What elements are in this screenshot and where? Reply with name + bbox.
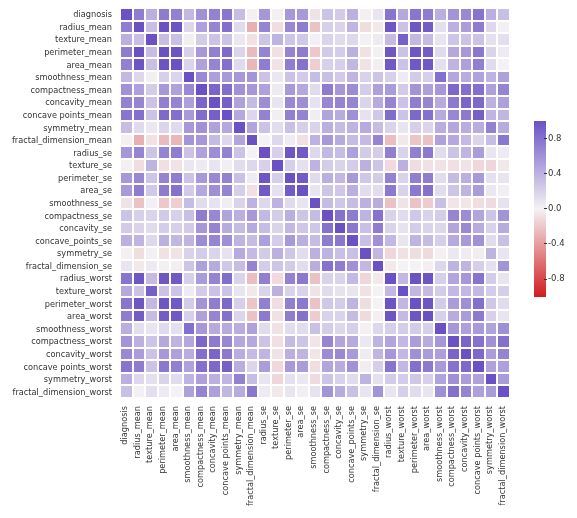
heatmap-cell xyxy=(246,360,259,373)
heatmap-cell xyxy=(359,360,372,373)
heatmap-cell xyxy=(409,96,422,109)
heatmap-cell xyxy=(397,322,410,335)
heatmap-cell xyxy=(321,285,334,298)
heatmap-cell xyxy=(397,297,410,310)
heatmap-cell xyxy=(346,46,359,59)
heatmap-cell xyxy=(359,71,372,84)
heatmap-cell xyxy=(145,260,158,273)
heatmap-cell xyxy=(208,285,221,298)
heatmap-cell xyxy=(221,109,234,122)
heatmap-cell xyxy=(434,8,447,21)
heatmap-cell xyxy=(334,360,347,373)
heatmap-cell xyxy=(472,121,485,134)
heatmap-cell xyxy=(145,172,158,185)
heatmap-cell xyxy=(195,121,208,134)
heatmap-cell xyxy=(384,109,397,122)
heatmap-cell xyxy=(434,260,447,273)
heatmap-cell xyxy=(447,385,460,398)
heatmap-cell xyxy=(221,71,234,84)
heatmap-cell xyxy=(334,310,347,323)
heatmap-cell xyxy=(170,197,183,210)
heatmap-cell xyxy=(384,322,397,335)
heatmap-cell xyxy=(133,184,146,197)
heatmap-cell xyxy=(497,272,510,285)
x-tick-label: compactness_se xyxy=(322,406,330,516)
heatmap-cell xyxy=(195,33,208,46)
heatmap-cell xyxy=(145,33,158,46)
heatmap-cell xyxy=(460,83,473,96)
heatmap-cell xyxy=(434,83,447,96)
x-tick-label: texture_mean xyxy=(145,406,153,516)
heatmap-cell xyxy=(133,109,146,122)
heatmap-cell xyxy=(384,209,397,222)
heatmap-cell xyxy=(170,310,183,323)
y-tick-label: compactness_se xyxy=(44,212,112,220)
heatmap-cell xyxy=(195,146,208,159)
heatmap-cell xyxy=(284,134,297,147)
heatmap-cell xyxy=(384,21,397,34)
heatmap-cell xyxy=(208,71,221,84)
heatmap-cell xyxy=(208,146,221,159)
heatmap-cell xyxy=(460,121,473,134)
y-tick-label: area_mean xyxy=(66,61,112,69)
heatmap-cell xyxy=(460,385,473,398)
heatmap-cell xyxy=(246,83,259,96)
heatmap-cell xyxy=(321,310,334,323)
heatmap-cell xyxy=(296,247,309,260)
heatmap-cell xyxy=(233,46,246,59)
heatmap-cell xyxy=(158,360,171,373)
heatmap-cell xyxy=(422,297,435,310)
heatmap-cell xyxy=(497,71,510,84)
heatmap-cell xyxy=(422,197,435,210)
heatmap-cell xyxy=(472,272,485,285)
heatmap-cell xyxy=(296,222,309,235)
heatmap-cell xyxy=(485,121,498,134)
heatmap-cell xyxy=(133,134,146,147)
heatmap-cell xyxy=(372,121,385,134)
heatmap-cell xyxy=(183,260,196,273)
heatmap-cell xyxy=(497,297,510,310)
heatmap-cell xyxy=(170,172,183,185)
heatmap-cell xyxy=(133,46,146,59)
heatmap-cell xyxy=(296,373,309,386)
heatmap-cell xyxy=(409,8,422,21)
heatmap-cell xyxy=(145,109,158,122)
heatmap-cell xyxy=(472,322,485,335)
heatmap-cell xyxy=(497,247,510,260)
heatmap-cell xyxy=(271,272,284,285)
heatmap-cell xyxy=(397,46,410,59)
heatmap-cell xyxy=(233,134,246,147)
y-tick-label: symmetry_worst xyxy=(44,375,112,383)
heatmap-cell xyxy=(258,33,271,46)
heatmap-cell xyxy=(246,234,259,247)
heatmap-cell xyxy=(170,96,183,109)
y-axis-tick-labels: diagnosisradius_meantexture_meanperimete… xyxy=(0,8,116,398)
heatmap-cell xyxy=(246,297,259,310)
heatmap-cell xyxy=(208,247,221,260)
heatmap-cell xyxy=(497,121,510,134)
heatmap-cell xyxy=(195,310,208,323)
heatmap-cell xyxy=(221,159,234,172)
heatmap-cell xyxy=(246,197,259,210)
heatmap-cell xyxy=(158,71,171,84)
heatmap-cell xyxy=(195,360,208,373)
heatmap-cell xyxy=(422,285,435,298)
heatmap-cell xyxy=(284,8,297,21)
x-tick-label: concavity_worst xyxy=(460,406,468,516)
heatmap-cell xyxy=(434,297,447,310)
heatmap-cell xyxy=(258,8,271,21)
y-tick-label: radius_mean xyxy=(59,23,112,31)
heatmap-cell xyxy=(372,385,385,398)
heatmap-cell xyxy=(309,159,322,172)
heatmap-cell xyxy=(133,209,146,222)
heatmap-cell xyxy=(170,373,183,386)
heatmap-cell xyxy=(321,360,334,373)
heatmap-cell xyxy=(359,222,372,235)
heatmap-cell xyxy=(258,348,271,361)
heatmap-cell xyxy=(158,21,171,34)
heatmap-cell xyxy=(321,146,334,159)
x-tick-label: perimeter_mean xyxy=(158,406,166,516)
heatmap-cell xyxy=(120,234,133,247)
y-tick-label: perimeter_worst xyxy=(45,300,112,308)
heatmap-cell xyxy=(133,8,146,21)
